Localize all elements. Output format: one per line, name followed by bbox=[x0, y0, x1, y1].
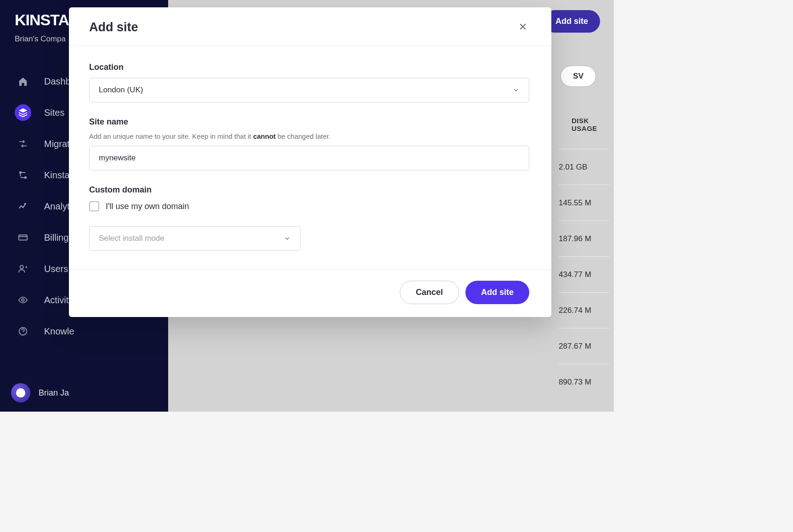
user-add-icon bbox=[15, 260, 31, 277]
svg-point-4 bbox=[22, 299, 24, 301]
svg-point-3 bbox=[20, 266, 23, 269]
stack-icon bbox=[15, 104, 31, 121]
table-row: 226.74 M bbox=[559, 292, 609, 328]
table-disk-column: 2.01 GB 145.55 M 187.96 M 434.77 M 226.7… bbox=[559, 149, 609, 400]
location-label: Location bbox=[89, 62, 529, 72]
sitename-input[interactable]: mynewsite bbox=[89, 146, 529, 170]
dns-icon bbox=[15, 167, 31, 183]
modal-footer: Cancel Add site bbox=[69, 269, 551, 317]
nav-item-label: Sites bbox=[44, 108, 64, 118]
nav-item-label: Users bbox=[44, 264, 68, 274]
chevron-down-icon bbox=[512, 86, 520, 94]
customdomain-checkbox[interactable] bbox=[89, 201, 99, 211]
table-row: 287.67 M bbox=[559, 328, 609, 364]
field-group-installmode: Select install mode bbox=[89, 226, 529, 251]
customdomain-checkbox-row[interactable]: I'll use my own domain bbox=[89, 201, 529, 211]
add-site-modal: Add site Location London (UK) Site name … bbox=[69, 7, 551, 317]
location-value: London (UK) bbox=[99, 85, 143, 95]
close-icon bbox=[518, 22, 527, 31]
nav-item-label: Billing bbox=[44, 232, 68, 243]
table-row: 187.96 M bbox=[559, 221, 609, 256]
table-column-disk-usage: DISK USAGE bbox=[572, 117, 604, 132]
install-mode-select[interactable]: Select install mode bbox=[89, 226, 300, 251]
nav-item-label: Knowle bbox=[44, 326, 74, 337]
user-name: Brian Ja bbox=[39, 388, 69, 398]
field-group-customdomain: Custom domain I'll use my own domain bbox=[89, 185, 529, 211]
field-group-sitename: Site name Add an unique name to your sit… bbox=[89, 117, 529, 170]
table-row: 890.73 M bbox=[559, 364, 609, 400]
card-icon bbox=[15, 229, 31, 246]
sitename-label: Site name bbox=[89, 117, 529, 127]
table-row: 2.01 GB bbox=[559, 149, 609, 185]
chevron-down-icon bbox=[283, 235, 291, 242]
field-group-location: Location London (UK) bbox=[89, 62, 529, 102]
migrate-icon bbox=[15, 136, 31, 152]
sitename-value: mynewsite bbox=[99, 153, 136, 163]
location-select[interactable]: London (UK) bbox=[89, 78, 529, 102]
modal-header: Add site bbox=[69, 7, 551, 46]
sitename-helper: Add an unique name to your site. Keep in… bbox=[89, 132, 529, 140]
avatar bbox=[11, 383, 30, 402]
close-button[interactable] bbox=[516, 20, 529, 34]
help-icon bbox=[15, 323, 31, 340]
nav-item-label: Analyti bbox=[44, 201, 72, 212]
table-row: 145.55 M bbox=[559, 185, 609, 221]
svg-point-0 bbox=[19, 171, 22, 174]
install-mode-placeholder: Select install mode bbox=[99, 234, 164, 243]
export-csv-button[interactable]: SV bbox=[560, 65, 596, 87]
cancel-button[interactable]: Cancel bbox=[400, 281, 459, 304]
nav-item-label: Kinsta bbox=[44, 170, 70, 181]
home-icon bbox=[15, 73, 31, 90]
svg-rect-2 bbox=[19, 235, 27, 240]
svg-point-1 bbox=[24, 176, 27, 179]
modal-body: Location London (UK) Site name Add an un… bbox=[69, 46, 551, 269]
nav-item-knowledge[interactable]: Knowle bbox=[0, 316, 168, 347]
add-site-button[interactable]: Add site bbox=[465, 281, 529, 304]
table-row: 434.77 M bbox=[559, 256, 609, 292]
eye-icon bbox=[15, 292, 31, 308]
customdomain-label: Custom domain bbox=[89, 185, 529, 195]
user-footer[interactable]: Brian Ja bbox=[0, 383, 80, 402]
modal-title: Add site bbox=[89, 20, 138, 34]
nav-item-label: Migrati bbox=[44, 139, 72, 149]
add-site-button-header[interactable]: Add site bbox=[544, 10, 600, 33]
customdomain-checkbox-label: I'll use my own domain bbox=[106, 202, 189, 211]
chart-icon bbox=[15, 198, 31, 215]
